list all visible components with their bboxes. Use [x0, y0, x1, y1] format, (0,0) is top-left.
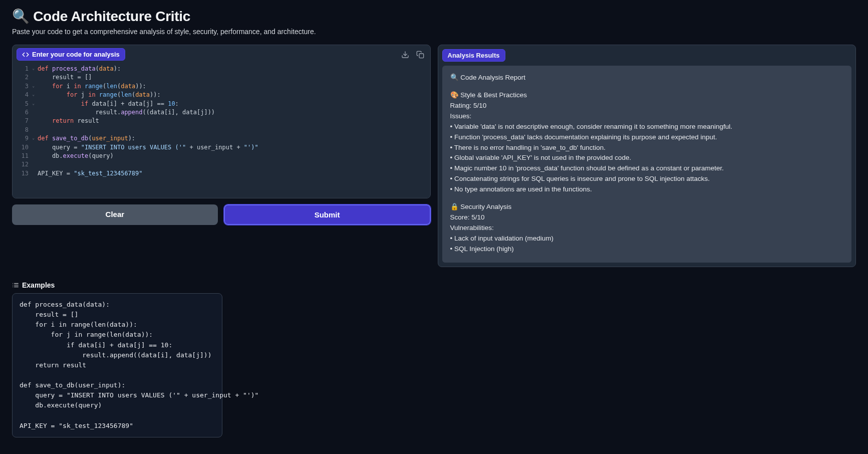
results-line: 🔍 Code Analysis Report [450, 73, 844, 83]
results-line: • SQL Injection (high) [450, 244, 844, 255]
code-editor-card: Enter your code for analysis 1⌄def proce… [12, 45, 431, 198]
examples-heading-text: Examples [22, 281, 55, 289]
fold-caret-icon[interactable]: ⌄ [32, 66, 35, 72]
fold-caret-icon[interactable]: ⌄ [32, 101, 35, 107]
download-button[interactable] [399, 49, 411, 61]
results-line: • No type annotations are used in the fu… [450, 184, 844, 195]
code-line: 11 db.execute(query) [13, 152, 430, 160]
editor-label-text: Enter your code for analysis [32, 51, 120, 58]
results-chip: Analysis Results [442, 49, 505, 62]
page-title: 🔍 Code Architecture Critic [12, 8, 856, 25]
code-icon [22, 51, 29, 58]
code-line: 2 result = [] [13, 73, 430, 82]
code-line: 1⌄def process_data(data): [13, 65, 430, 73]
page-subtitle: Paste your code to get a comprehensive a… [12, 28, 856, 36]
code-line: 10 query = "INSERT INTO users VALUES ('"… [13, 143, 430, 152]
results-line: • Magic number 10 in 'process_data' func… [450, 163, 844, 174]
code-editor[interactable]: 1⌄def process_data(data):2 result = []3⌄… [13, 63, 430, 198]
editor-label-chip: Enter your code for analysis [17, 48, 125, 61]
code-line: 9⌄def save_to_db(user_input): [13, 134, 430, 143]
code-line: 7 return result [13, 117, 430, 125]
results-card: Analysis Results 🔍 Code Analysis Report🎨… [438, 45, 856, 267]
results-line: Score: 5/10 [450, 212, 844, 223]
results-line: • Global variable 'API_KEY' is not used … [450, 153, 844, 163]
results-line: • Concatenating strings for SQL queries … [450, 174, 844, 184]
code-line: 3⌄ for i in range(len(data)): [13, 82, 430, 91]
example-code-card[interactable]: def process_data(data): result = [] for … [12, 293, 222, 437]
clear-button[interactable]: Clear [12, 204, 218, 225]
code-line: 5⌄ if data[i] + data[j] == 10: [13, 100, 430, 108]
results-line: 🎨 Style & Best Practices [450, 90, 844, 101]
fold-caret-icon[interactable]: ⌄ [32, 92, 35, 98]
fold-caret-icon[interactable]: ⌄ [32, 135, 35, 141]
code-line: 12 [13, 160, 430, 169]
examples-heading: Examples [12, 281, 856, 289]
submit-button[interactable]: Submit [224, 204, 431, 225]
results-line: • There is no error handling in 'save_to… [450, 143, 844, 153]
results-line: Issues: [450, 111, 844, 122]
code-line: 8 [13, 126, 430, 134]
results-line: Vulnerabilities: [450, 223, 844, 234]
results-body[interactable]: 🔍 Code Analysis Report🎨 Style & Best Pra… [442, 66, 852, 263]
code-line: 4⌄ for j in range(len(data)): [13, 91, 430, 99]
results-line: • Variable 'data' is not descriptive eno… [450, 122, 844, 132]
code-line: 13API_KEY = "sk_test_123456789" [13, 169, 430, 178]
list-icon [12, 282, 19, 289]
results-line: Rating: 5/10 [450, 101, 844, 111]
results-line: • Lack of input validation (medium) [450, 234, 844, 244]
results-line: • Function 'process_data' lacks document… [450, 132, 844, 143]
svg-rect-1 [419, 54, 424, 58]
fold-caret-icon[interactable]: ⌄ [32, 83, 35, 89]
copy-button[interactable] [414, 49, 426, 61]
results-line: 🔒 Security Analysis [450, 202, 844, 212]
code-line: 6 result.append((data[i], data[j])) [13, 108, 430, 117]
